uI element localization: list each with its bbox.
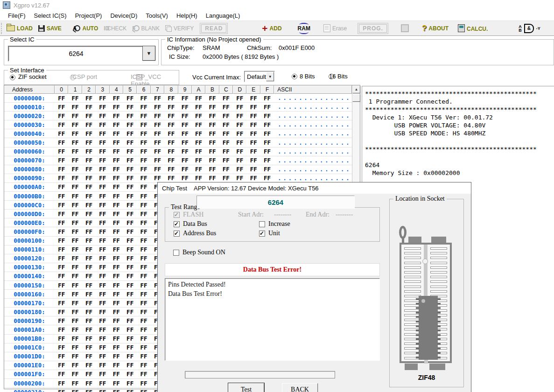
- byte-cell[interactable]: FF: [110, 202, 123, 209]
- byte-cell[interactable]: FF: [96, 308, 109, 315]
- byte-cell[interactable]: FF: [82, 380, 96, 387]
- byte-cell[interactable]: FF: [96, 335, 109, 342]
- byte-cell[interactable]: FF: [233, 148, 246, 155]
- byte-cell[interactable]: FF: [123, 300, 137, 307]
- byte-cell[interactable]: FF: [219, 112, 233, 119]
- byte-cell[interactable]: FF: [233, 121, 246, 128]
- byte-cell[interactable]: FF: [82, 139, 96, 146]
- byte-cell[interactable]: FF: [55, 362, 68, 369]
- byte-cell[interactable]: FF: [123, 273, 137, 280]
- blank-button[interactable]: F BLANK: [129, 24, 162, 33]
- byte-cell[interactable]: FF: [151, 95, 164, 102]
- menu-item-6[interactable]: Help(H): [172, 11, 202, 20]
- byte-cell[interactable]: FF: [137, 139, 150, 146]
- byte-cell[interactable]: FF: [260, 166, 274, 173]
- byte-cell[interactable]: FF: [151, 130, 164, 137]
- byte-cell[interactable]: FF: [110, 371, 123, 378]
- byte-cell[interactable]: FF: [260, 157, 274, 164]
- byte-cell[interactable]: FF: [55, 104, 68, 111]
- byte-cell[interactable]: FF: [123, 237, 137, 244]
- chip-button[interactable]: [398, 23, 412, 33]
- byte-cell[interactable]: FF: [192, 166, 205, 173]
- calcu-button[interactable]: CALCU.: [455, 23, 491, 33]
- byte-cell[interactable]: FF: [68, 389, 82, 392]
- byte-cell[interactable]: FF: [82, 362, 96, 369]
- byte-cell[interactable]: FF: [260, 104, 274, 111]
- byte-cell[interactable]: FF: [82, 175, 96, 182]
- byte-cell[interactable]: FF: [55, 202, 68, 209]
- byte-cell[interactable]: FF: [123, 380, 137, 387]
- byte-cell[interactable]: FF: [205, 112, 219, 119]
- byte-cell[interactable]: FF: [110, 335, 123, 342]
- byte-cell[interactable]: FF: [82, 202, 96, 209]
- byte-cell[interactable]: FF: [137, 157, 150, 164]
- byte-cell[interactable]: FF: [82, 157, 96, 164]
- byte-cell[interactable]: FF: [96, 317, 109, 324]
- zif-socket-radio[interactable]: [10, 75, 15, 80]
- byte-cell[interactable]: FF: [219, 95, 233, 102]
- menu-item-5[interactable]: Tools(V): [141, 11, 172, 20]
- byte-cell[interactable]: FF: [82, 237, 96, 244]
- byte-cell[interactable]: FF: [110, 282, 123, 289]
- byte-cell[interactable]: FF: [192, 95, 205, 102]
- byte-cell[interactable]: FF: [260, 121, 274, 128]
- byte-cell[interactable]: FF: [68, 193, 82, 200]
- byte-cell[interactable]: FF: [82, 291, 96, 298]
- byte-cell[interactable]: FF: [123, 228, 137, 235]
- byte-cell[interactable]: FF: [110, 104, 123, 111]
- byte-cell[interactable]: FF: [68, 291, 82, 298]
- byte-cell[interactable]: FF: [110, 175, 123, 182]
- byte-cell[interactable]: FF: [178, 139, 192, 146]
- byte-cell[interactable]: FF: [123, 335, 137, 342]
- ram-button[interactable]: RAM: [295, 22, 313, 35]
- byte-cell[interactable]: FF: [178, 157, 192, 164]
- byte-cell[interactable]: FF: [137, 273, 150, 280]
- byte-cell[interactable]: FF: [164, 166, 178, 173]
- byte-cell[interactable]: FF: [82, 371, 96, 378]
- byte-cell[interactable]: FF: [110, 246, 123, 253]
- byte-cell[interactable]: FF: [55, 335, 68, 342]
- byte-cell[interactable]: FF: [205, 157, 219, 164]
- byte-cell[interactable]: FF: [110, 219, 123, 226]
- ascii-cell[interactable]: ................: [274, 95, 352, 101]
- byte-cell[interactable]: FF: [137, 300, 150, 307]
- byte-cell[interactable]: FF: [82, 183, 96, 190]
- byte-cell[interactable]: FF: [260, 175, 274, 182]
- byte-cell[interactable]: FF: [68, 175, 82, 182]
- back-button[interactable]: BACK: [282, 383, 318, 392]
- byte-cell[interactable]: FF: [110, 300, 123, 307]
- byte-cell[interactable]: FF: [82, 121, 96, 128]
- ascii-cell[interactable]: ................: [274, 121, 352, 128]
- byte-cell[interactable]: FF: [164, 112, 178, 119]
- byte-cell[interactable]: FF: [96, 130, 109, 137]
- byte-cell[interactable]: FF: [82, 166, 96, 173]
- logic-tool-button[interactable]: AB & -Y: [516, 23, 543, 34]
- test-button[interactable]: Test: [228, 383, 264, 392]
- byte-cell[interactable]: FF: [68, 121, 82, 128]
- byte-cell[interactable]: FF: [219, 104, 233, 111]
- byte-cell[interactable]: FF: [55, 121, 68, 128]
- byte-cell[interactable]: FF: [55, 237, 68, 244]
- byte-cell[interactable]: FF: [123, 104, 137, 111]
- byte-cell[interactable]: FF: [96, 148, 109, 155]
- byte-cell[interactable]: FF: [123, 193, 137, 200]
- byte-cell[interactable]: FF: [205, 130, 219, 137]
- byte-cell[interactable]: FF: [137, 210, 150, 217]
- byte-cell[interactable]: FF: [96, 264, 109, 271]
- byte-cell[interactable]: FF: [110, 112, 123, 119]
- byte-cell[interactable]: FF: [123, 326, 137, 333]
- byte-cell[interactable]: FF: [68, 157, 82, 164]
- byte-cell[interactable]: FF: [219, 130, 233, 137]
- byte-cell[interactable]: FF: [192, 148, 205, 155]
- byte-cell[interactable]: FF: [96, 157, 109, 164]
- byte-cell[interactable]: FF: [219, 166, 233, 173]
- byte-cell[interactable]: FF: [55, 139, 68, 146]
- byte-cell[interactable]: FF: [260, 139, 274, 146]
- byte-cell[interactable]: FF: [110, 193, 123, 200]
- byte-cell[interactable]: FF: [137, 166, 150, 173]
- byte-cell[interactable]: FF: [68, 255, 82, 262]
- byte-cell[interactable]: FF: [137, 104, 150, 111]
- load-button[interactable]: LOAD: [4, 24, 35, 33]
- byte-cell[interactable]: FF: [55, 246, 68, 253]
- byte-cell[interactable]: FF: [137, 291, 150, 298]
